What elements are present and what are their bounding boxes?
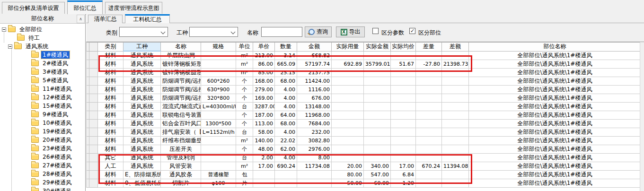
column-header[interactable]: 单位 (236, 43, 253, 52)
row-indicator[interactable] (89, 51, 98, 60)
table-cell[interactable] (416, 128, 442, 137)
table-cell[interactable]: 4.00 (275, 86, 297, 94)
table-cell[interactable] (201, 154, 236, 162)
table-cell[interactable]: 材料 (98, 60, 124, 69)
table-cell[interactable]: 320*800 (201, 94, 236, 103)
table-cell[interactable]: 材料 (98, 51, 124, 60)
column-header[interactable]: 金额 (297, 43, 332, 52)
table-cell[interactable]: 11424.00 (297, 77, 332, 86)
table-cell[interactable] (442, 69, 469, 77)
tree-item-label[interactable]: 28#楼通风 (41, 170, 73, 178)
table-cell[interactable]: 547.00 (364, 171, 391, 179)
table-cell[interactable]: 213.00 (253, 51, 275, 60)
table-cell[interactable]: 62.00 (275, 145, 297, 154)
table-cell[interactable]: 86.00 (253, 60, 275, 69)
table-cell[interactable]: 个 (236, 120, 253, 128)
tree-item-label[interactable]: 11#楼通风 (41, 85, 73, 93)
table-cell[interactable] (275, 179, 297, 188)
table-cell[interactable] (416, 154, 442, 162)
tree-item-label[interactable]: 23#楼通风 (41, 145, 73, 152)
table-cell[interactable]: 联锁电信号装置(已 (161, 111, 201, 120)
tree-item-label[interactable]: 26#楼通风 (41, 153, 73, 161)
table-cell[interactable]: 全部部位\通风系统\1#楼通风 (469, 171, 641, 179)
row-indicator[interactable] (89, 154, 98, 162)
table-cell[interactable]: 7684.00 (297, 120, 332, 128)
table-cell[interactable] (201, 51, 236, 60)
table-cell[interactable] (391, 77, 416, 86)
table-cell[interactable] (332, 145, 364, 154)
tree-item[interactable]: 10#楼通风 (0, 119, 85, 127)
category-select[interactable] (119, 27, 168, 37)
tree-item-label[interactable]: 通风系统 (24, 43, 50, 50)
table-cell[interactable]: 通风系统 (124, 77, 161, 86)
row-indicator[interactable] (89, 179, 98, 188)
table-cell[interactable]: m² (236, 69, 253, 77)
table-cell[interactable]: 全部部位\通风系统\1#楼通风 (469, 162, 641, 171)
tree-item[interactable]: 27#楼通风 (0, 161, 85, 170)
tree-item-label[interactable]: 29#楼通风 (41, 179, 73, 186)
table-cell[interactable]: 通风系统 (124, 128, 161, 137)
table-cell[interactable]: m² (236, 137, 253, 145)
row-indicator[interactable] (89, 171, 98, 179)
table-cell[interactable]: 4.00 (275, 94, 297, 103)
row-indicator[interactable] (89, 86, 98, 94)
table-cell[interactable]: 通风系统 (124, 86, 161, 94)
tree-item-label[interactable]: 20#楼通风 (41, 136, 73, 144)
table-cell[interactable]: 57197.74 (297, 60, 332, 69)
table-cell[interactable]: 2137.75 (297, 69, 332, 77)
table-cell[interactable] (332, 137, 364, 145)
tree-item[interactable]: 5#楼通风 (0, 76, 85, 85)
table-cell[interactable] (416, 103, 442, 111)
row-indicator[interactable] (89, 120, 98, 128)
table-cell[interactable]: 6.84 (391, 171, 416, 179)
tree-item-label[interactable]: 12#楼通风 (41, 94, 73, 101)
table-cell[interactable] (391, 154, 416, 162)
table-cell[interactable]: 材料 (98, 86, 124, 94)
table-cell[interactable] (442, 111, 469, 120)
table-cell[interactable]: m² (236, 60, 253, 69)
table-cell[interactable] (416, 111, 442, 120)
table-cell[interactable]: 11394.08 (442, 162, 469, 171)
table-cell[interactable] (391, 51, 416, 60)
table-cell[interactable] (201, 137, 236, 145)
column-header[interactable]: 差量 (416, 43, 442, 52)
table-cell[interactable]: 全部部位\通风系统\1#楼通风 (469, 94, 641, 103)
table-cell[interactable] (332, 86, 364, 94)
table-cell[interactable] (442, 51, 469, 60)
table-cell[interactable]: 232.00 (297, 128, 332, 137)
table-cell[interactable]: 通风系统 (124, 94, 161, 103)
table-cell[interactable]: 全部部位\通风系统\1#楼通风 (469, 111, 641, 120)
row-indicator[interactable] (89, 128, 98, 137)
table-cell[interactable] (332, 77, 364, 86)
table-cell[interactable] (297, 179, 332, 188)
table-row[interactable]: 材料通风系统镀锌薄钢板矩形风管m²86.00665.0957197.74692.… (87, 60, 641, 69)
table-cell[interactable]: 风管安装 (161, 162, 201, 171)
summary-tab-1[interactable]: 清单汇总 (88, 15, 123, 23)
table-cell[interactable]: 51.67 (391, 60, 416, 69)
row-indicator[interactable] (89, 162, 98, 171)
table-cell[interactable] (201, 111, 236, 120)
column-header[interactable]: 规格 (201, 43, 236, 52)
table-cell[interactable] (332, 51, 364, 60)
table-cell[interactable] (416, 51, 442, 60)
table-cell[interactable] (416, 137, 442, 145)
grid-scrollbar-track[interactable] (640, 42, 644, 191)
table-cell[interactable]: 通风系统 (124, 111, 161, 120)
table-cell[interactable] (416, 171, 442, 179)
table-cell[interactable]: 4.00 (275, 154, 297, 162)
table-cell[interactable] (442, 171, 469, 179)
table-cell[interactable]: 2976.00 (297, 145, 332, 154)
column-header[interactable]: 工种 (124, 43, 161, 52)
table-cell[interactable]: 169.00 (253, 94, 275, 103)
name-input[interactable] (261, 27, 302, 37)
table-cell[interactable] (442, 145, 469, 154)
row-indicator[interactable] (89, 111, 98, 120)
top-tab-2[interactable]: 部位汇总 (67, 0, 103, 14)
tree-item[interactable]: 15#楼通风 (0, 102, 85, 110)
table-cell[interactable] (442, 137, 469, 145)
export-button[interactable]: X 导出 (336, 26, 365, 37)
table-row[interactable]: 材料通风系统防烟调节阀/远控排600*260个168.0068.0011424.… (87, 77, 641, 86)
table-cell[interactable]: 排气扇安装（【悬 (161, 128, 201, 137)
table-cell[interactable]: 168.00 (253, 77, 275, 86)
table-cell[interactable]: 防烟调节阀/远控排 (161, 94, 201, 103)
